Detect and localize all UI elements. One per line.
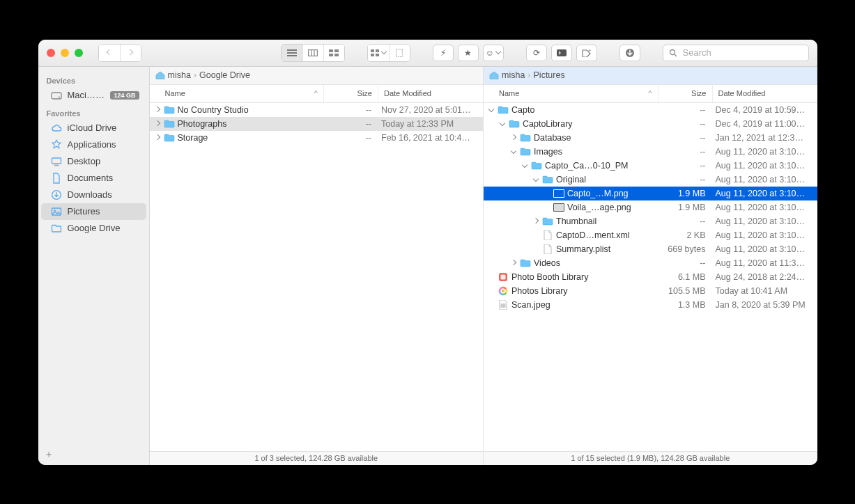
- cloud-icon: [51, 123, 62, 134]
- emoji-button[interactable]: ☺: [483, 45, 504, 61]
- app-red-icon: [498, 271, 509, 283]
- file-row[interactable]: Thumbnail -- Aug 11, 2020 at 3:10…: [484, 214, 817, 228]
- sidebar-item-label: Desktop: [68, 156, 139, 166]
- file-row[interactable]: Images -- Aug 11, 2020 at 3:10…: [484, 145, 817, 159]
- file-name: Summary.plist: [556, 244, 610, 254]
- file-row[interactable]: Capto_…M.png 1.9 MB Aug 11, 2020 at 3:10…: [484, 187, 817, 200]
- sidebar-item-google-drive[interactable]: Google Drive: [41, 220, 146, 237]
- disclosure-triangle-icon[interactable]: [488, 107, 495, 113]
- disclosure-triangle-icon[interactable]: [154, 107, 161, 113]
- minimize-window-button[interactable]: [61, 49, 69, 57]
- file-size: --: [324, 119, 378, 129]
- add-tag-button[interactable]: +: [576, 45, 597, 61]
- file-icon: [542, 230, 553, 241]
- column-header-name[interactable]: Name^: [484, 85, 658, 102]
- back-button[interactable]: [99, 45, 120, 61]
- folder-icon: [509, 118, 520, 129]
- nav-back-forward: [98, 44, 141, 62]
- view-columns-button[interactable]: [302, 45, 323, 61]
- path-separator-icon: ›: [194, 70, 197, 80]
- file-row[interactable]: Photos Library 105.5 MB Today at 10:41 A…: [484, 284, 817, 298]
- svg-rect-6: [329, 49, 333, 52]
- disclosure-triangle-icon[interactable]: [154, 120, 161, 127]
- file-row[interactable]: Capto -- Dec 4, 2019 at 10:59…: [484, 103, 817, 117]
- file-size: --: [324, 105, 378, 115]
- zoom-window-button[interactable]: [75, 49, 83, 57]
- file-name: Capto_…M.png: [567, 189, 629, 198]
- file-row[interactable]: Videos -- Aug 11, 2020 at 11:3…: [484, 256, 817, 270]
- file-listing[interactable]: Capto -- Dec 4, 2019 at 10:59… CaptoLibr…: [484, 103, 817, 451]
- path-bar[interactable]: misha›Pictures: [484, 67, 817, 85]
- disclosure-triangle-icon[interactable]: [510, 134, 517, 141]
- file-row[interactable]: Voila_…age.png 1.9 MB Aug 11, 2020 at 3:…: [484, 200, 817, 214]
- sidebar-item-label: Pictures: [68, 206, 139, 216]
- sidebar-item-applications[interactable]: Applications: [41, 136, 146, 153]
- column-header-size[interactable]: Size: [324, 85, 378, 102]
- sidebar-item-downloads[interactable]: Downloads: [41, 187, 146, 203]
- svg-rect-20: [52, 93, 61, 99]
- disclosure-triangle-icon[interactable]: [532, 176, 539, 183]
- sidebar-item-documents[interactable]: Documents: [41, 170, 146, 187]
- view-list-button[interactable]: [282, 45, 302, 61]
- close-window-button[interactable]: [47, 49, 55, 57]
- arrange-button[interactable]: [368, 45, 389, 61]
- file-row[interactable]: CaptoLibrary -- Dec 4, 2019 at 11:00…: [484, 117, 817, 131]
- file-row[interactable]: Photo Booth Library 6.1 MB Aug 24, 2018 …: [484, 270, 817, 284]
- sidebar-item-pictures[interactable]: Pictures: [41, 203, 146, 220]
- file-date: Aug 24, 2018 at 2:24…: [713, 272, 817, 282]
- disclosure-triangle-icon[interactable]: [510, 148, 517, 155]
- disclosure-triangle-icon[interactable]: [521, 162, 528, 169]
- svg-point-34: [502, 289, 504, 292]
- disclosure-triangle-icon[interactable]: [154, 134, 161, 141]
- sidebar-item-icloud-drive[interactable]: iCloud Drive: [41, 120, 146, 136]
- file-row[interactable]: Database -- Jan 12, 2021 at 12:3…: [484, 131, 817, 145]
- disclosure-triangle-icon[interactable]: [499, 120, 506, 127]
- column-header-name[interactable]: Name^: [150, 85, 325, 102]
- sync-button[interactable]: ⟳: [526, 45, 547, 61]
- window-body: Devices Maci…h HD 124 GB Favorites iClou…: [38, 67, 817, 465]
- sidebar-add-button[interactable]: ＋: [44, 448, 54, 461]
- file-date: Aug 11, 2020 at 11:3…: [713, 258, 817, 268]
- path-bar[interactable]: misha›Google Drive: [150, 67, 484, 85]
- search-field[interactable]: [663, 45, 809, 61]
- file-row[interactable]: Original -- Aug 11, 2020 at 3:10…: [484, 173, 817, 187]
- column-header-date[interactable]: Date Modified: [713, 85, 817, 102]
- path-segment[interactable]: misha: [502, 70, 525, 80]
- new-doc-button[interactable]: [389, 45, 410, 61]
- quick-action-button[interactable]: ⚡︎: [433, 45, 454, 61]
- path-segment[interactable]: Google Drive: [199, 70, 250, 80]
- terminal-button[interactable]: [551, 45, 572, 61]
- image-icon: [553, 188, 564, 199]
- file-row[interactable]: Photographs -- Today at 12:33 PM: [150, 117, 484, 131]
- column-header-date[interactable]: Date Modified: [378, 85, 483, 102]
- forward-button[interactable]: [120, 45, 141, 61]
- svg-rect-11: [376, 49, 379, 52]
- tag-star-button[interactable]: ★: [458, 45, 479, 61]
- svg-line-19: [675, 54, 677, 56]
- column-header-size[interactable]: Size: [658, 85, 713, 102]
- sidebar-item-label: Documents: [68, 173, 139, 183]
- sidebar-item-desktop[interactable]: Desktop: [41, 153, 146, 170]
- path-segment[interactable]: Pictures: [534, 70, 565, 80]
- file-row[interactable]: Capto_Ca…0-10_PM -- Aug 11, 2020 at 3:10…: [484, 159, 817, 173]
- file-date: Aug 11, 2020 at 3:10…: [713, 189, 817, 198]
- file-row[interactable]: Scan.jpeg 1.3 MB Jan 8, 2020 at 5:39 PM: [484, 298, 817, 312]
- pane-1: misha›Pictures Name^ Size Date Modified …: [484, 67, 817, 465]
- file-row[interactable]: Summary.plist 669 bytes Aug 11, 2020 at …: [484, 242, 817, 256]
- path-segment[interactable]: misha: [168, 70, 191, 80]
- view-gallery-button[interactable]: [323, 45, 344, 61]
- file-row[interactable]: CaptoD…ment.xml 2 KB Aug 11, 2020 at 3:1…: [484, 228, 817, 242]
- disclosure-triangle-icon[interactable]: [510, 260, 517, 267]
- pictures-icon: [51, 206, 62, 217]
- download-button[interactable]: [619, 45, 640, 61]
- disclosure-triangle-icon[interactable]: [532, 218, 539, 225]
- folder-icon: [51, 223, 62, 234]
- svg-text:+: +: [588, 49, 592, 54]
- home-icon: [155, 71, 165, 79]
- sidebar: Devices Maci…h HD 124 GB Favorites iClou…: [38, 67, 150, 465]
- file-row[interactable]: Storage -- Feb 16, 2021 at 10:4…: [150, 131, 484, 145]
- sidebar-item-maci-h-hd[interactable]: Maci…h HD 124 GB: [41, 87, 146, 104]
- search-input[interactable]: [681, 47, 803, 58]
- file-listing[interactable]: No Country Studio -- Nov 27, 2020 at 5:0…: [150, 103, 484, 451]
- file-row[interactable]: No Country Studio -- Nov 27, 2020 at 5:0…: [150, 103, 484, 117]
